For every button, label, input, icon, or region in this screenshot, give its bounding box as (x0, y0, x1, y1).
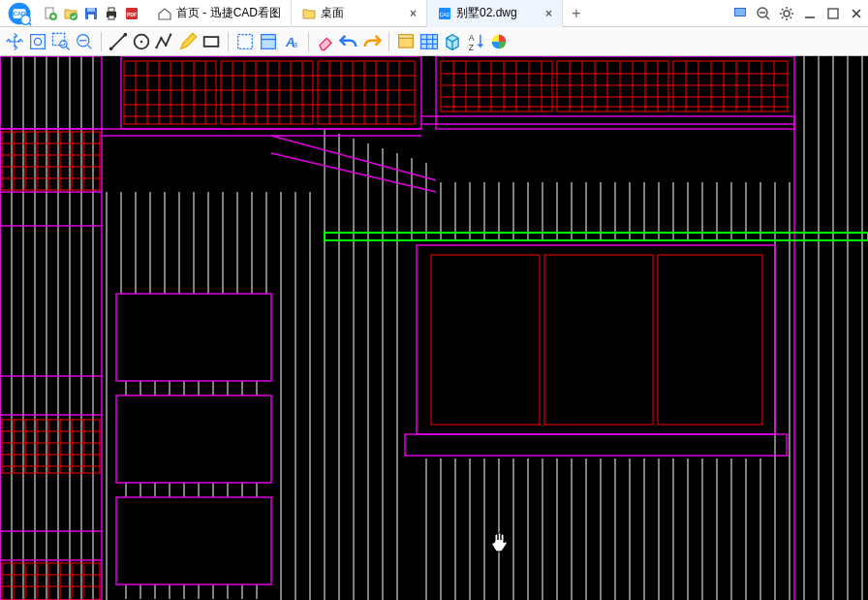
text-tool-icon[interactable]: Aa (281, 31, 302, 52)
svg-rect-194 (417, 245, 775, 434)
svg-rect-260 (2, 132, 100, 190)
color-wheel-icon[interactable] (488, 31, 510, 52)
fullscreen-icon[interactable] (728, 2, 752, 25)
svg-text:a: a (293, 40, 297, 49)
erase-tool-icon[interactable] (315, 31, 336, 52)
tab-label: 别墅02.dwg (456, 5, 517, 21)
app-logo: CAD (0, 0, 39, 27)
svg-point-41 (165, 44, 167, 46)
svg-rect-12 (108, 8, 114, 12)
circle-tool-icon[interactable] (131, 31, 152, 52)
pdf-icon[interactable]: PDF (122, 4, 141, 23)
svg-rect-193 (116, 497, 271, 584)
line-tool-icon[interactable] (108, 31, 129, 52)
save-icon[interactable] (81, 4, 101, 23)
svg-text:Z: Z (469, 42, 474, 51)
svg-rect-19 (735, 9, 745, 16)
svg-rect-258 (544, 255, 653, 425)
svg-rect-10 (88, 15, 94, 19)
svg-rect-175 (0, 56, 102, 129)
open-file-icon[interactable] (61, 4, 80, 23)
undo-icon[interactable] (338, 31, 359, 52)
svg-line-4 (29, 22, 31, 24)
svg-rect-257 (431, 255, 540, 425)
redo-icon[interactable] (361, 31, 383, 52)
home-icon (157, 6, 172, 21)
zoom-extents-icon[interactable] (27, 31, 48, 52)
layer-tool-icon[interactable] (234, 31, 256, 52)
svg-rect-203 (673, 61, 788, 111)
rect-tool-icon[interactable] (201, 31, 222, 52)
minimize-button[interactable] (798, 2, 822, 25)
svg-rect-45 (262, 34, 276, 48)
separator (101, 32, 102, 51)
zoom-window-icon[interactable] (50, 31, 72, 52)
folder-icon (301, 6, 317, 21)
svg-rect-184 (0, 129, 102, 600)
tool-bar: Aa AZ (0, 27, 868, 56)
svg-rect-25 (828, 9, 838, 18)
svg-point-23 (784, 11, 790, 16)
svg-rect-50 (399, 34, 414, 38)
svg-rect-259 (658, 255, 762, 425)
print-icon[interactable] (102, 4, 121, 23)
svg-rect-272 (2, 420, 100, 473)
svg-text:CAD: CAD (440, 12, 450, 17)
svg-rect-195 (405, 434, 787, 456)
tab-desktop[interactable]: 桌面 × (292, 0, 427, 27)
tab-current-file[interactable]: CAD 别墅02.dwg × (427, 0, 563, 27)
separator (228, 32, 229, 51)
svg-rect-49 (399, 38, 414, 47)
svg-rect-177 (436, 56, 794, 129)
edit-tool-icon[interactable] (177, 31, 199, 52)
cad-file-icon: CAD (437, 6, 452, 21)
svg-rect-26 (31, 34, 46, 48)
polyline-tool-icon[interactable] (154, 31, 175, 52)
table-tool-icon[interactable] (418, 31, 440, 52)
separator (308, 32, 309, 51)
tab-home[interactable]: 首页 - 迅捷CAD看图 (147, 0, 292, 27)
svg-point-42 (170, 33, 171, 35)
close-button[interactable] (845, 2, 868, 25)
svg-rect-200 (318, 61, 415, 124)
sort-tool-icon[interactable]: AZ (465, 31, 486, 52)
pan-tool-icon[interactable] (4, 31, 25, 52)
new-tab-button[interactable]: + (563, 0, 590, 27)
svg-rect-202 (557, 61, 668, 111)
svg-text:A: A (469, 32, 475, 42)
svg-text:PDF: PDF (127, 12, 137, 17)
file-controls: PDF (39, 4, 143, 23)
svg-rect-13 (108, 16, 114, 19)
tab-close-icon[interactable]: × (402, 7, 417, 20)
zoom-out-icon[interactable] (752, 2, 775, 25)
svg-point-27 (34, 38, 41, 45)
svg-point-36 (124, 32, 128, 36)
svg-rect-28 (52, 33, 64, 45)
svg-point-38 (140, 40, 142, 42)
maximize-button[interactable] (822, 2, 845, 25)
properties-tool-icon[interactable] (258, 31, 279, 52)
cube-3d-icon[interactable] (442, 31, 463, 52)
tab-label: 首页 - 迅捷CAD看图 (176, 5, 281, 21)
tab-close-icon[interactable]: × (538, 7, 552, 20)
svg-line-30 (66, 46, 70, 49)
svg-line-22 (766, 16, 769, 19)
svg-rect-201 (441, 61, 552, 111)
title-bar: CAD PDF 首页 - 迅捷CAD看图 桌面 × CAD 别墅02.dwg ×… (0, 0, 868, 27)
svg-line-34 (111, 34, 126, 48)
tab-bar: 首页 - 迅捷CAD看图 桌面 × CAD 别墅02.dwg × + (147, 0, 728, 27)
settings-icon[interactable] (775, 2, 798, 25)
drawing-canvas[interactable] (0, 56, 868, 600)
svg-rect-191 (116, 294, 271, 381)
zoom-out-tool-icon[interactable] (74, 31, 95, 52)
svg-rect-9 (87, 8, 95, 12)
svg-rect-51 (420, 34, 437, 48)
block-tool-icon[interactable] (395, 31, 417, 52)
separator (388, 32, 389, 51)
svg-point-39 (155, 46, 157, 47)
new-file-icon[interactable] (41, 4, 60, 23)
svg-rect-192 (116, 395, 271, 483)
svg-point-40 (160, 37, 162, 39)
svg-rect-284 (2, 563, 100, 600)
window-controls (728, 2, 868, 25)
